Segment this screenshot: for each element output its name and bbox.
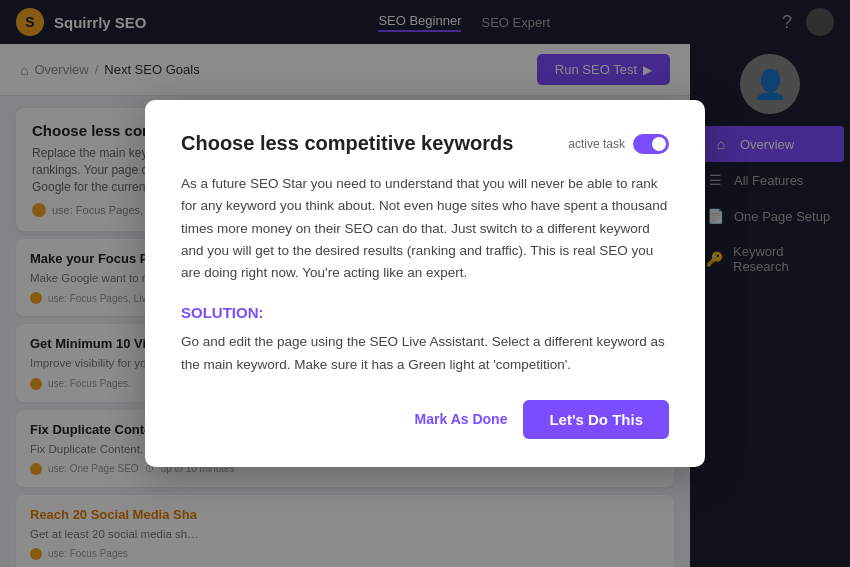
modal-header: Choose less competitive keywords active … xyxy=(181,132,669,155)
active-task-toggle[interactable] xyxy=(633,134,669,154)
active-task-label: active task xyxy=(568,137,625,151)
modal-dialog: Choose less competitive keywords active … xyxy=(145,100,705,467)
modal-body-text: As a future SEO Star you need to underst… xyxy=(181,173,669,284)
solution-label: SOLUTION: xyxy=(181,304,669,321)
modal-overlay[interactable]: Choose less competitive keywords active … xyxy=(0,0,850,567)
modal-footer: Mark As Done Let's Do This xyxy=(181,400,669,439)
modal-title: Choose less competitive keywords xyxy=(181,132,513,155)
mark-as-done-button[interactable]: Mark As Done xyxy=(415,411,508,427)
modal-solution-text: Go and edit the page using the SEO Live … xyxy=(181,331,669,376)
lets-do-this-button[interactable]: Let's Do This xyxy=(523,400,669,439)
modal-active-task: active task xyxy=(568,134,669,154)
